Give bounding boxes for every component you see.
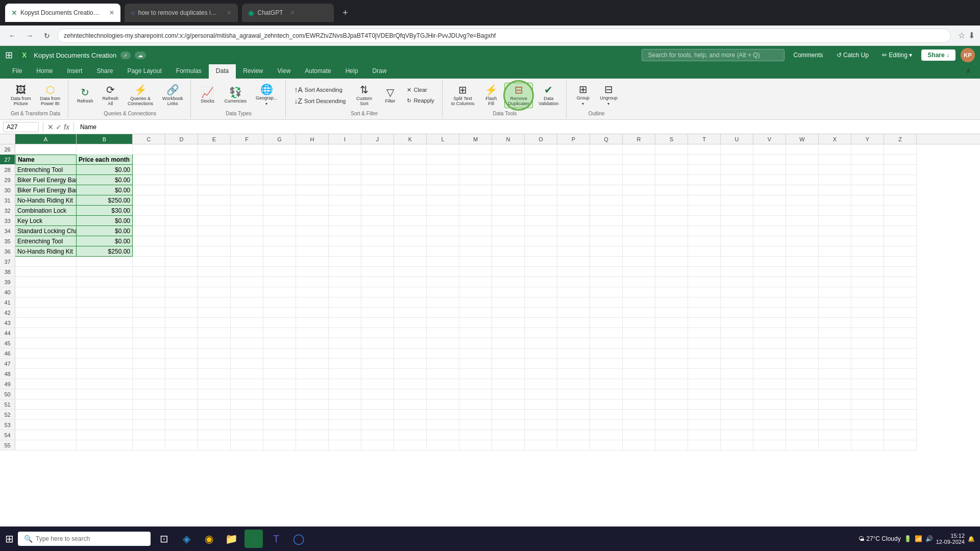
cell-J51[interactable] <box>361 399 394 410</box>
cell-J39[interactable] <box>361 277 394 287</box>
cell-B30[interactable]: $0.00 <box>77 185 133 195</box>
cell-M44[interactable] <box>459 328 492 338</box>
cell-J29[interactable] <box>361 175 394 185</box>
cell-X51[interactable] <box>819 399 851 410</box>
cell-M37[interactable] <box>459 257 492 267</box>
cell-I34[interactable] <box>329 226 361 236</box>
cell-E32[interactable] <box>198 206 231 216</box>
cell-F50[interactable] <box>231 389 263 399</box>
cell-O43[interactable] <box>525 318 557 328</box>
col-header-G[interactable]: G <box>263 134 296 144</box>
cell-N31[interactable] <box>492 195 525 206</box>
cell-R41[interactable] <box>623 297 655 308</box>
cell-Y53[interactable] <box>851 420 884 430</box>
cell-Z39[interactable] <box>884 277 917 287</box>
cell-S40[interactable] <box>655 287 688 297</box>
cell-X33[interactable] <box>819 216 851 226</box>
cell-A35[interactable]: Entrenching Tool <box>15 236 77 246</box>
cell-W30[interactable] <box>786 185 819 195</box>
cell-G40[interactable] <box>263 287 296 297</box>
app-search-input[interactable] <box>642 49 785 61</box>
cell-L43[interactable] <box>427 318 459 328</box>
cell-K49[interactable] <box>394 379 427 389</box>
cell-F33[interactable] <box>231 216 263 226</box>
cell-X28[interactable] <box>819 165 851 175</box>
cell-J27[interactable] <box>361 155 394 165</box>
clear-btn[interactable]: ✕ Clear <box>403 85 437 95</box>
cell-D44[interactable] <box>165 328 198 338</box>
cell-R36[interactable] <box>623 246 655 257</box>
cell-Q32[interactable] <box>590 206 623 216</box>
cell-N50[interactable] <box>492 389 525 399</box>
col-header-T[interactable]: T <box>688 134 721 144</box>
cell-J28[interactable] <box>361 165 394 175</box>
cell-A36[interactable]: No-Hands Riding Kit <box>15 246 77 257</box>
cell-D39[interactable] <box>165 277 198 287</box>
col-header-Y[interactable]: Y <box>851 134 884 144</box>
cell-G45[interactable] <box>263 338 296 348</box>
cell-I50[interactable] <box>329 389 361 399</box>
cell-W40[interactable] <box>786 287 819 297</box>
row-number-44[interactable]: 44 <box>0 328 15 338</box>
cell-S51[interactable] <box>655 399 688 410</box>
cell-X46[interactable] <box>819 348 851 359</box>
cell-X52[interactable] <box>819 410 851 420</box>
cell-S45[interactable] <box>655 338 688 348</box>
cell-G47[interactable] <box>263 359 296 369</box>
cell-L49[interactable] <box>427 379 459 389</box>
cell-U37[interactable] <box>721 257 753 267</box>
cell-Z35[interactable] <box>884 236 917 246</box>
cell-L32[interactable] <box>427 206 459 216</box>
cell-N38[interactable] <box>492 267 525 277</box>
cell-D37[interactable] <box>165 257 198 267</box>
cell-K42[interactable] <box>394 308 427 318</box>
cell-Z48[interactable] <box>884 369 917 379</box>
download-icon[interactable]: ⬇ <box>968 31 975 40</box>
cell-D47[interactable] <box>165 359 198 369</box>
cell-G41[interactable] <box>263 297 296 308</box>
cell-F53[interactable] <box>231 420 263 430</box>
cell-T52[interactable] <box>688 410 721 420</box>
cell-P33[interactable] <box>557 216 590 226</box>
cell-K54[interactable] <box>394 430 427 440</box>
cell-B36[interactable]: $250.00 <box>77 246 133 257</box>
cell-H35[interactable] <box>296 236 329 246</box>
cell-L35[interactable] <box>427 236 459 246</box>
cell-R54[interactable] <box>623 430 655 440</box>
cell-A47[interactable] <box>15 359 77 369</box>
cell-L38[interactable] <box>427 267 459 277</box>
cell-P50[interactable] <box>557 389 590 399</box>
cell-C27[interactable] <box>133 155 165 165</box>
row-number-43[interactable]: 43 <box>0 318 15 328</box>
row-number-53[interactable]: 53 <box>0 420 15 430</box>
cell-X39[interactable] <box>819 277 851 287</box>
cell-A37[interactable] <box>15 257 77 267</box>
cell-N53[interactable] <box>492 420 525 430</box>
cell-S29[interactable] <box>655 175 688 185</box>
remove-duplicates-btn[interactable]: ⊟ RemoveDuplicates <box>504 83 533 108</box>
cell-Y46[interactable] <box>851 348 884 359</box>
cell-O28[interactable] <box>525 165 557 175</box>
cell-A31[interactable]: No-Hands Riding Kit <box>15 195 77 206</box>
cell-Y26[interactable] <box>851 144 884 155</box>
cell-P36[interactable] <box>557 246 590 257</box>
cell-X54[interactable] <box>819 430 851 440</box>
tab-share[interactable]: Share <box>89 64 120 79</box>
cell-A26[interactable] <box>15 144 77 155</box>
cell-U55[interactable] <box>721 440 753 450</box>
cell-W27[interactable] <box>786 155 819 165</box>
cell-B53[interactable] <box>77 420 133 430</box>
col-header-C[interactable]: C <box>133 134 165 144</box>
cell-F26[interactable] <box>231 144 263 155</box>
cell-E53[interactable] <box>198 420 231 430</box>
cell-A33[interactable]: Key Lock <box>15 216 77 226</box>
cell-R33[interactable] <box>623 216 655 226</box>
cell-H47[interactable] <box>296 359 329 369</box>
cell-W35[interactable] <box>786 236 819 246</box>
tab-draw[interactable]: Draw <box>365 64 394 79</box>
cell-Y38[interactable] <box>851 267 884 277</box>
cell-Y45[interactable] <box>851 338 884 348</box>
cell-Y37[interactable] <box>851 257 884 267</box>
sort-ascending-btn[interactable]: ↑A Sort Ascending <box>291 85 350 95</box>
cell-Q26[interactable] <box>590 144 623 155</box>
